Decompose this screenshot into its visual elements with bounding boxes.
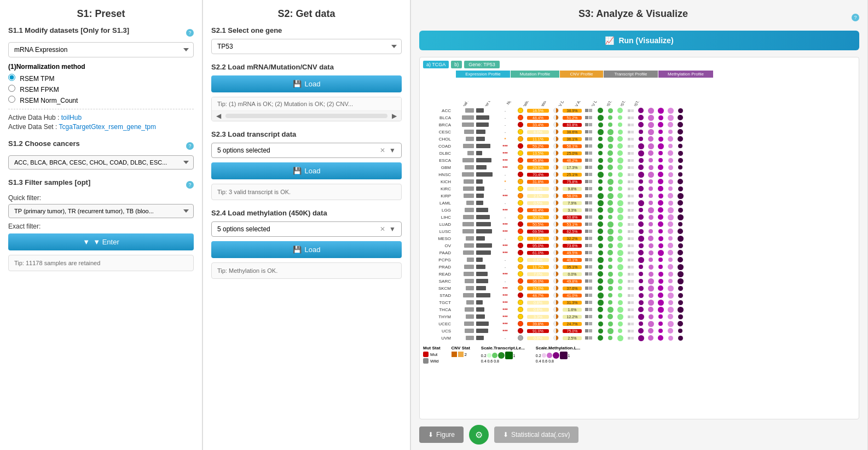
s3-panel: S3: Analyze & Visualize ? 📈 Run (Visuali…: [410, 0, 868, 450]
scale-dot-3: [498, 352, 505, 359]
dataset-select[interactable]: mRNA Expression mRNA FPKM mRNA Count Met…: [8, 42, 194, 57]
cancer-name: DLBC: [423, 151, 453, 156]
cancer-name: LGG: [423, 208, 453, 213]
figure-button[interactable]: ⬇ Figure: [419, 426, 464, 443]
cancer-name: ESCA: [423, 158, 453, 163]
s3-help-icon[interactable]: ?: [852, 14, 859, 21]
meth-dot-1: [542, 353, 546, 358]
table-row: TGCT***0.8%31.3%: [423, 299, 855, 306]
methylation-scale-max: 1: [568, 354, 570, 358]
enter-button[interactable]: ▼ ▼ Enter: [8, 233, 194, 250]
methylation-scale-labels: 0.4 0.6 0.8: [536, 359, 580, 363]
cancer-name: BRCA: [423, 122, 453, 127]
mut-label: Mut: [430, 352, 437, 357]
cancer-name: HNSC: [423, 172, 453, 177]
s11-label: S1.1 Modify datasets [Only for S1.3]: [8, 26, 129, 34]
cancer-name: ACC: [423, 108, 453, 113]
s23-multiselect-text: 5 options selected: [217, 147, 270, 154]
cancer-name: MESO: [423, 236, 453, 241]
cancer-name: SARC: [423, 279, 453, 284]
cnv-color1: [452, 352, 457, 357]
s24-clear-icon[interactable]: ✕: [380, 225, 385, 233]
s23-multiselect[interactable]: 5 options selected ✕ ▼: [211, 143, 402, 158]
s13-help-icon[interactable]: ?: [186, 181, 194, 189]
table-row: MESO-17.3%32.2%: [423, 235, 855, 242]
cancer-name: THCA: [423, 307, 453, 312]
s1-panel: S1: Preset S1.1 Modify datasets [Only fo…: [0, 0, 202, 450]
s24-label: S2.4 Load methylation (450K) data: [211, 209, 402, 217]
cnv-stat-title: CNV Stat: [452, 346, 470, 350]
bottom-toolbar: ⬇ Figure ⚙ ⬇ Statistical data(.csv): [419, 425, 859, 445]
col-enst2: ENST0000...: [617, 101, 628, 106]
s2-panel: S2: Get data S2.1 Select one gene TP53 B…: [202, 0, 410, 450]
cancer-name: CESC: [423, 130, 453, 135]
cancer-name: TGCT: [423, 300, 453, 305]
cancer-name: READ: [423, 272, 453, 277]
download-figure-icon: ⬇: [428, 431, 433, 439]
s13-label: S1.3 Filter samples [opt]: [8, 178, 90, 186]
col-tumor-exp: Tumor Exp: [480, 101, 494, 106]
s23-dropdown-icon[interactable]: ▼: [389, 147, 396, 154]
scale-box-4: [505, 352, 513, 359]
run-visualize-button[interactable]: 📈 Run (Visualize): [419, 31, 859, 50]
norm-rsem-norm[interactable]: RSEM Norm_Count: [8, 96, 194, 104]
cancer-name: UVM: [423, 336, 453, 341]
transcript-scale-title: Scale.Transcript.Le...: [481, 346, 525, 350]
cancer-name: PAAD: [423, 250, 453, 255]
s24-load-button[interactable]: 💾 Load: [211, 241, 402, 258]
exact-filter-label: Exact filter:: [8, 223, 194, 230]
scale-dot-1: [487, 353, 491, 358]
norm-rsem-tpm[interactable]: RSEM TPM: [8, 74, 194, 83]
col-enst1: ENST0000...: [604, 101, 614, 106]
col-cnv-del: CNV Del: [588, 101, 599, 106]
active-dataset-link[interactable]: TcgaTargetGtex_rsem_gene_tpm: [59, 123, 156, 131]
enter-icon: ▼: [83, 238, 90, 246]
s1-title: S1: Preset: [8, 8, 194, 20]
table-row: HNSC-70.4%25.1%: [423, 171, 855, 178]
s22-load-label: Load: [305, 80, 321, 88]
s23-clear-icon[interactable]: ✕: [380, 147, 385, 154]
s22-section: S2.2 Load mRNA/Mutation/CNV data 💾 Load …: [211, 63, 402, 121]
s23-load-label: Load: [305, 167, 321, 175]
s22-load-button[interactable]: 💾 Load: [211, 75, 402, 92]
col-mut-dist: Mutation Dist: [519, 101, 531, 106]
cancer-name: OV: [423, 243, 453, 248]
gene-select[interactable]: TP53 BRCA1 EGFR: [211, 39, 402, 54]
wild-label: Wild: [430, 359, 439, 364]
mut-stat-legend: Mut Stat Mut Wild: [423, 346, 441, 364]
table-row: UCS***91.0%75.0%: [423, 328, 855, 334]
s24-multiselect[interactable]: 5 options selected ✕ ▼: [211, 221, 402, 237]
mut-color-box: [423, 352, 429, 357]
settings-button[interactable]: ⚙: [469, 425, 489, 445]
s12-help-icon[interactable]: ?: [186, 142, 194, 150]
table-row: SKCM***15.0%37.6%: [423, 285, 855, 291]
s24-multiselect-text: 5 options selected: [217, 225, 270, 233]
profile-transcript: Transcript Profile: [604, 71, 658, 78]
statistical-data-button[interactable]: ⬇ Statistical data(.csv): [494, 426, 578, 443]
gene-sublabel: b): [451, 61, 462, 68]
cnv-color2: [458, 352, 464, 357]
scroll-left-icon[interactable]: ◀: [214, 112, 223, 120]
table-row: KIRC-3.0%9.8%: [423, 185, 855, 192]
s22-load-icon: 💾: [293, 80, 302, 88]
transcript-scale-max: 1: [513, 354, 516, 358]
table-row: DLBC***13.5%25.0%: [423, 150, 855, 156]
cancer-rows-container: ACC-18.5%38.9%BLCA-48.4%51.2%BRCA-33.4%6…: [423, 107, 855, 341]
quick-filter-select[interactable]: TP (primary tumor), TR (recurrent tumor)…: [8, 204, 194, 218]
scroll-right-icon[interactable]: ▶: [390, 112, 399, 120]
transcript-scale-labels: 0.4 0.6 0.8: [481, 359, 525, 363]
meth-dot-2: [547, 353, 552, 358]
quick-filter-label: Quick filter:: [8, 194, 194, 202]
active-hub-link[interactable]: toilHub: [61, 114, 82, 121]
transcript-scale-min: 0.2: [481, 354, 487, 358]
s11-help-icon[interactable]: ?: [186, 29, 194, 37]
s24-section: S2.4 Load methylation (450K) data 5 opti…: [211, 209, 402, 279]
cancer-name: UCEC: [423, 322, 453, 326]
viz-container[interactable]: a) TCGA b) Gene: TP53 Expression Profile…: [419, 57, 859, 419]
cancer-select[interactable]: ACC, BLCA, BRCA, CESC, CHOL, COAD, DLBC,…: [8, 155, 194, 170]
table-row: BLCA-48.4%51.2%: [423, 114, 855, 121]
norm-rsem-fpkm[interactable]: RSEM FPKM: [8, 85, 194, 93]
s24-dropdown-icon[interactable]: ▼: [389, 225, 396, 233]
s23-load-button[interactable]: 💾 Load: [211, 162, 402, 179]
col-cnv-amp: CNV Amp: [571, 101, 583, 106]
